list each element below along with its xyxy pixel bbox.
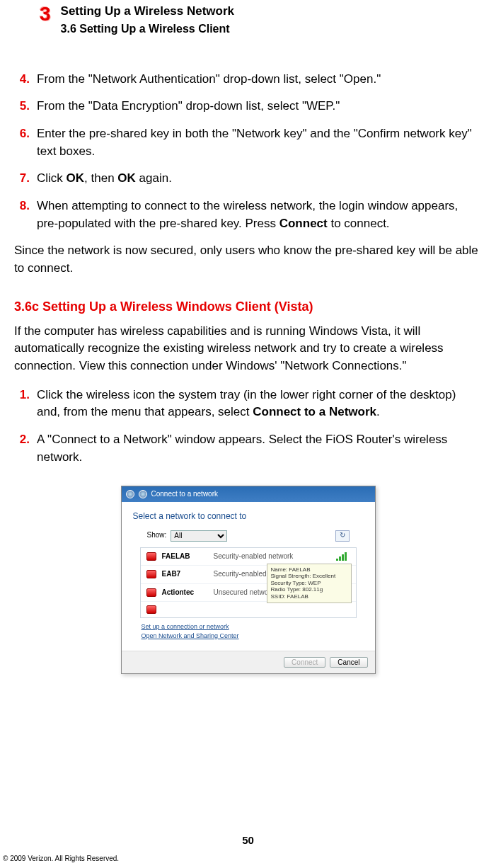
network-icon xyxy=(146,605,156,614)
vista-screenshot: Connect to a network Select a network to… xyxy=(14,486,482,674)
numbered-step: 2.A "Connect to a Network" window appear… xyxy=(14,431,482,466)
signal-icon xyxy=(336,552,350,561)
page-number: 50 xyxy=(0,833,496,848)
network-status: Security-enabled network xyxy=(214,552,330,562)
step-text: A "Connect to a Network" window appears.… xyxy=(37,431,482,466)
step-number: 8. xyxy=(14,198,30,232)
network-name: Actiontec xyxy=(162,588,208,598)
step-text: Enter the pre-shared key in both the "Ne… xyxy=(37,125,482,160)
vista-heading: Select a network to connect to xyxy=(133,510,364,522)
step-number: 4. xyxy=(14,71,30,88)
vista-title: Connect to a network xyxy=(151,489,219,500)
refresh-icon[interactable]: ↻ xyxy=(335,530,350,542)
numbered-step: 4.From the "Network Authentication" drop… xyxy=(14,71,482,88)
sub-heading: 3.6c Setting Up a Wireless Windows Clien… xyxy=(14,297,482,316)
copyright: © 2009 Verizon. All Rights Reserved. xyxy=(3,854,119,864)
back-icon xyxy=(126,490,134,498)
network-name: FAELAB xyxy=(162,552,208,562)
step-number: 7. xyxy=(14,170,30,188)
page-content: 4.From the "Network Authentication" drop… xyxy=(14,37,482,674)
numbered-step: 8.When attempting to connect to the wire… xyxy=(14,198,482,232)
step-text: When attempting to connect to the wirele… xyxy=(37,198,482,232)
network-icon xyxy=(146,552,156,561)
show-label: Show: xyxy=(147,530,167,541)
step-text: From the "Data Encryption" drop-down lis… xyxy=(37,98,482,115)
section-title: 3.6 Setting Up a Wireless Client xyxy=(61,21,234,37)
forward-icon xyxy=(139,490,147,498)
step-number: 5. xyxy=(14,98,30,115)
show-select[interactable]: All xyxy=(171,530,227,542)
network-list: FAELAB Security-enabled network Name: FA… xyxy=(140,547,357,619)
network-name: EAB7 xyxy=(162,569,208,580)
vista-titlebar: Connect to a network xyxy=(122,486,375,502)
numbered-step: 5.From the "Data Encryption" drop-down l… xyxy=(14,98,482,115)
network-icon xyxy=(146,588,156,597)
page-header: 3 Setting Up a Wireless Network 3.6 Sett… xyxy=(14,0,482,37)
step-number: 6. xyxy=(14,125,30,160)
network-icon xyxy=(146,570,156,578)
step-text: Click OK, then OK again. xyxy=(37,170,482,188)
numbered-step: 6.Enter the pre-shared key in both the "… xyxy=(14,125,482,160)
step-text: From the "Network Authentication" drop-d… xyxy=(37,71,482,88)
cancel-button[interactable]: Cancel xyxy=(330,657,367,668)
network-tooltip: Name: FAELAB Signal Strength: Excellent … xyxy=(267,564,352,603)
sharing-center-link[interactable]: Open Network and Sharing Center xyxy=(142,632,355,641)
paragraph: If the computer has wireless capabilitie… xyxy=(14,323,482,375)
vista-dialog: Connect to a network Select a network to… xyxy=(121,486,376,674)
chapter-title: Setting Up a Wireless Network xyxy=(61,3,234,21)
numbered-step: 1.Click the wireless icon the system tra… xyxy=(14,387,482,421)
numbered-step: 7.Click OK, then OK again. xyxy=(14,170,482,188)
connect-button[interactable]: Connect xyxy=(284,657,325,668)
step-text: Click the wireless icon the system tray … xyxy=(37,387,482,421)
step-number: 1. xyxy=(14,387,30,421)
setup-link[interactable]: Set up a connection or network xyxy=(142,622,355,632)
step-number: 2. xyxy=(14,431,30,466)
list-item[interactable] xyxy=(141,602,356,617)
chapter-number-icon: 3 xyxy=(40,3,51,24)
paragraph: Since the network is now secured, only u… xyxy=(14,242,482,277)
